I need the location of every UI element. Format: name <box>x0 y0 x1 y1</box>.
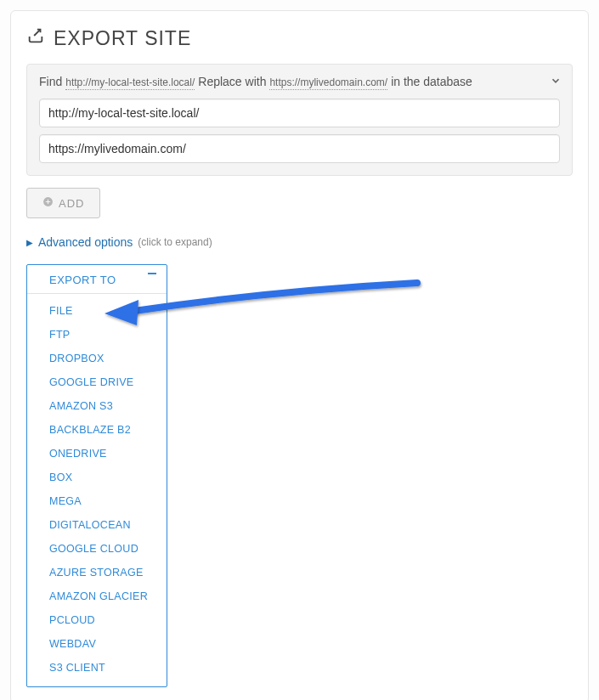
export-item-amazon-s3[interactable]: AMAZON S3 <box>27 394 167 418</box>
minus-icon <box>148 273 156 274</box>
export-to-list: FILEFTPDROPBOXGOOGLE DRIVEAMAZON S3BACKB… <box>27 294 167 686</box>
export-item-dropbox[interactable]: DROPBOX <box>27 347 167 370</box>
add-button[interactable]: ADD <box>26 188 100 218</box>
replace-value-display: https://mylivedomain.com/ <box>269 76 387 90</box>
export-to-panel: EXPORT TO FILEFTPDROPBOXGOOGLE DRIVEAMAZ… <box>26 264 167 687</box>
replace-input[interactable] <box>39 134 560 163</box>
export-to-header[interactable]: EXPORT TO <box>27 265 167 294</box>
replace-label: Replace with <box>198 75 266 88</box>
find-suffix: in the database <box>391 75 472 88</box>
export-item-file[interactable]: FILE <box>27 299 167 323</box>
card-title-row: EXPORT SITE <box>26 26 573 50</box>
export-item-google-cloud[interactable]: GOOGLE CLOUD <box>27 537 167 561</box>
export-item-azure-storage[interactable]: AZURE STORAGE <box>27 561 167 584</box>
find-replace-group: Find http://my-local-test-site.local/ Re… <box>26 64 573 176</box>
export-item-google-drive[interactable]: GOOGLE DRIVE <box>27 370 167 394</box>
advanced-options-hint: (click to expand) <box>138 236 212 248</box>
export-to-header-label: EXPORT TO <box>49 274 116 286</box>
export-item-mega[interactable]: MEGA <box>27 489 167 513</box>
export-item-onedrive[interactable]: ONEDRIVE <box>27 442 167 466</box>
chevron-down-icon[interactable] <box>550 75 562 90</box>
export-item-backblaze-b2[interactable]: BACKBLAZE B2 <box>27 418 167 442</box>
find-value-display: http://my-local-test-site.local/ <box>65 76 195 90</box>
plus-circle-icon <box>42 196 54 210</box>
export-icon <box>26 26 45 50</box>
export-item-s3-client[interactable]: S3 CLIENT <box>27 656 167 680</box>
triangle-right-icon: ▶ <box>26 238 33 247</box>
export-item-pcloud[interactable]: PCLOUD <box>27 608 167 632</box>
find-label: Find <box>39 75 62 88</box>
export-site-card: EXPORT SITE Find http://my-local-test-si… <box>10 10 589 700</box>
export-item-amazon-glacier[interactable]: AMAZON GLACIER <box>27 584 167 608</box>
find-input[interactable] <box>39 99 560 127</box>
add-button-label: ADD <box>59 197 84 210</box>
export-item-webdav[interactable]: WEBDAV <box>27 632 167 656</box>
find-replace-summary: Find http://my-local-test-site.local/ Re… <box>39 75 560 90</box>
export-item-digitalocean[interactable]: DIGITALOCEAN <box>27 513 167 537</box>
advanced-options-link[interactable]: Advanced options <box>38 235 133 249</box>
export-item-box[interactable]: BOX <box>27 466 167 489</box>
card-title-text: EXPORT SITE <box>54 27 191 50</box>
advanced-options-row[interactable]: ▶ Advanced options (click to expand) <box>26 235 573 249</box>
export-item-ftp[interactable]: FTP <box>27 323 167 347</box>
